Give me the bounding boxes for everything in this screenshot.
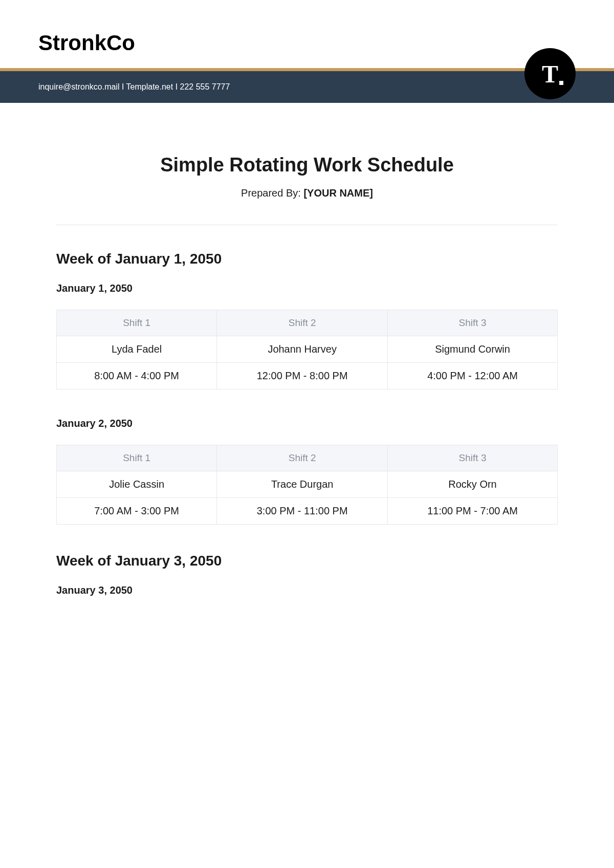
day-heading: January 2, 2050 (56, 418, 558, 429)
employee-name: Johann Harvey (217, 336, 388, 363)
shift-time: 3:00 PM - 11:00 PM (217, 498, 388, 525)
logo-text: T (542, 60, 558, 88)
day-heading: January 3, 2050 (56, 584, 558, 596)
shift-time: 7:00 AM - 3:00 PM (57, 498, 217, 525)
day-heading: January 1, 2050 (56, 283, 558, 294)
contact-website: Template.net (126, 82, 173, 91)
header-bar: inquire@stronkco.mail I Template.net I 2… (0, 68, 614, 103)
employee-name: Jolie Cassin (57, 471, 217, 498)
content-area: Simple Rotating Work Schedule Prepared B… (0, 103, 614, 596)
contact-email: inquire@stronkco.mail (38, 82, 120, 91)
employee-name: Rocky Orn (388, 471, 558, 498)
week-section: Week of January 1, 2050 January 1, 2050 … (56, 251, 558, 525)
shift-time: 12:00 PM - 8:00 PM (217, 363, 388, 389)
week-section: Week of January 3, 2050 January 3, 2050 (56, 553, 558, 596)
prepared-by-label: Prepared By: (241, 187, 303, 199)
week-heading: Week of January 1, 2050 (56, 251, 558, 267)
week-heading: Week of January 3, 2050 (56, 553, 558, 569)
shift-header: Shift 2 (217, 445, 388, 471)
separator: I (173, 82, 180, 91)
contact-phone: 222 555 7777 (180, 82, 230, 91)
company-name: StronkCo (0, 0, 614, 68)
table-header-row: Shift 1 Shift 2 Shift 3 (57, 445, 558, 471)
document-title: Simple Rotating Work Schedule (56, 154, 558, 176)
shift-header: Shift 1 (57, 445, 217, 471)
schedule-table: Shift 1 Shift 2 Shift 3 Jolie Cassin Tra… (56, 445, 558, 525)
shift-header: Shift 3 (388, 445, 558, 471)
table-row: 7:00 AM - 3:00 PM 3:00 PM - 11:00 PM 11:… (57, 498, 558, 525)
table-row: Jolie Cassin Trace Durgan Rocky Orn (57, 471, 558, 498)
prepared-by: Prepared By: [YOUR NAME] (56, 187, 558, 199)
shift-time: 11:00 PM - 7:00 AM (388, 498, 558, 525)
table-row: Lyda Fadel Johann Harvey Sigmund Corwin (57, 336, 558, 363)
shift-header: Shift 2 (217, 310, 388, 336)
schedule-table: Shift 1 Shift 2 Shift 3 Lyda Fadel Johan… (56, 310, 558, 389)
divider (56, 225, 558, 225)
shift-header: Shift 3 (388, 310, 558, 336)
logo-badge: T (524, 48, 576, 99)
shift-time: 4:00 PM - 12:00 AM (388, 363, 558, 389)
employee-name: Lyda Fadel (57, 336, 217, 363)
prepared-by-value: [YOUR NAME] (303, 187, 373, 199)
employee-name: Trace Durgan (217, 471, 388, 498)
table-row: 8:00 AM - 4:00 PM 12:00 PM - 8:00 PM 4:0… (57, 363, 558, 389)
contact-info: inquire@stronkco.mail I Template.net I 2… (38, 82, 576, 92)
employee-name: Sigmund Corwin (388, 336, 558, 363)
separator: I (120, 82, 126, 91)
shift-time: 8:00 AM - 4:00 PM (57, 363, 217, 389)
shift-header: Shift 1 (57, 310, 217, 336)
table-header-row: Shift 1 Shift 2 Shift 3 (57, 310, 558, 336)
